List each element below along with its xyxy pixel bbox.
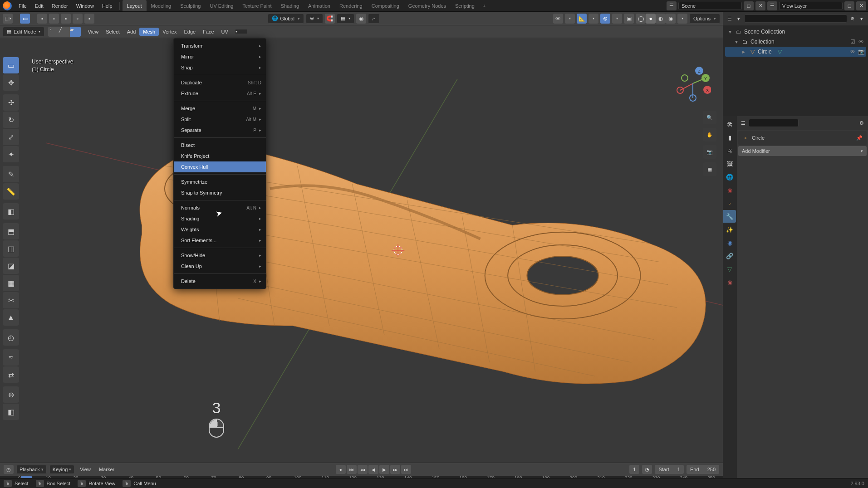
mesh-menu-duplicate[interactable]: DuplicateShift D — [174, 77, 266, 88]
play-button[interactable]: ▶ — [379, 465, 389, 474]
mesh-menu-snap[interactable]: Snap▸ — [174, 62, 266, 73]
workspace-tab-uv-editing[interactable]: UV Editing — [205, 0, 238, 11]
workspace-tab-texture-paint[interactable]: Texture Paint — [238, 0, 276, 11]
add-cube-tool[interactable]: ◧ — [3, 203, 19, 220]
mesh-menu-convex-hull[interactable]: Convex Hull — [174, 161, 266, 172]
shading-wireframe-button[interactable]: ◯ — [636, 14, 646, 24]
mesh-menu-shading[interactable]: Shading▸ — [174, 213, 266, 224]
new-scene-button[interactable]: □ — [744, 1, 754, 10]
3d-viewport[interactable]: User Perspective (1) Circle ▭ ✥ ✢ ↻ ⤢ ✦ … — [0, 38, 723, 463]
scene-name-input[interactable] — [678, 2, 742, 10]
mesh-menu-symmetrize[interactable]: Symmetrize — [174, 176, 266, 187]
outliner-new-collection-icon[interactable]: ▾ — [858, 15, 865, 22]
prop-tab-object[interactable]: ▫ — [723, 197, 736, 210]
new-viewlayer-button[interactable]: □ — [844, 1, 854, 10]
edit-menu[interactable]: Edit — [31, 0, 48, 11]
workspace-tab-shading[interactable]: Shading — [276, 0, 304, 11]
scale-tool[interactable]: ⤢ — [3, 129, 19, 145]
autokey-button[interactable]: ● — [336, 465, 346, 474]
mesh-menu-sort-elements-[interactable]: Sort Elements...▸ — [174, 235, 266, 246]
jump-prev-keyframe-button[interactable]: ◂◂ — [358, 465, 368, 474]
gizmo-toggle-button[interactable]: 📐 — [577, 14, 587, 24]
workspace-tab-sculpting[interactable]: Sculpting — [176, 0, 205, 11]
scene-browse-icon[interactable]: ☰ — [667, 1, 677, 10]
timeline-view-menu[interactable]: View — [77, 465, 93, 473]
overlay-toggle-button[interactable]: ⊚ — [600, 14, 610, 24]
delete-viewlayer-button[interactable]: ✕ — [856, 1, 866, 10]
mesh-menu-extrude[interactable]: ExtrudeAlt E▸ — [174, 88, 266, 99]
snap-toggle-button[interactable]: 🧲 — [325, 14, 335, 24]
measure-tool[interactable]: 📏 — [3, 183, 19, 200]
viewlayer-name-input[interactable] — [779, 2, 843, 10]
mesh-menu-merge[interactable]: MergeM▸ — [174, 103, 266, 114]
select-set-icon[interactable]: ▪ — [37, 14, 47, 24]
playback-dropdown[interactable]: Playback — [16, 465, 47, 474]
annotate-tool[interactable]: ✎ — [3, 166, 19, 182]
shading-solid-button[interactable]: ● — [646, 14, 656, 24]
proportional-edit-toggle[interactable]: ◉ — [356, 14, 366, 24]
mesh-menu-split[interactable]: SplitAlt M▸ — [174, 114, 266, 125]
submenu-vertex[interactable]: Vertex — [159, 28, 180, 36]
select-extend-icon[interactable]: ▫ — [49, 14, 59, 24]
editor-type-icon[interactable]: ⬚▾ — [3, 14, 13, 24]
add-workspace-button[interactable]: + — [479, 3, 489, 9]
properties-search-input[interactable] — [749, 119, 799, 127]
file-menu[interactable]: File — [15, 0, 31, 11]
workspace-tab-modeling[interactable]: Modeling — [147, 0, 176, 11]
prop-tab-mesh[interactable]: ▽ — [723, 263, 736, 275]
prop-tab-particles[interactable]: ✨ — [723, 223, 736, 236]
play-reverse-button[interactable]: ◀ — [368, 465, 378, 474]
prop-tab-render[interactable]: ▮ — [723, 131, 736, 144]
prop-tab-scene[interactable]: 🌐 — [723, 171, 736, 183]
workspace-tab-geometry-nodes[interactable]: Geometry Nodes — [404, 0, 451, 11]
visibility-icon[interactable]: 👁 — [553, 14, 563, 24]
hide-viewport-icon[interactable]: 👁 — [858, 39, 864, 45]
navigation-gizmo[interactable]: Y X Z — [675, 65, 711, 102]
mesh-menu-bisect[interactable]: Bisect — [174, 140, 266, 151]
viewlayer-browse-icon[interactable]: ☰ — [767, 1, 777, 10]
mesh-menu-normals[interactable]: NormalsAlt N▸ — [174, 202, 266, 213]
tree-row-circle[interactable]: ▸ ▽ Circle ▽ 👁 📷 — [725, 47, 866, 57]
outliner-filter-icon[interactable]: ⚟ — [849, 15, 856, 22]
help-menu[interactable]: Help — [98, 0, 117, 11]
add-modifier-button[interactable]: Add Modifier ▾ — [738, 146, 867, 156]
prop-tab-tool[interactable]: 🛠 — [723, 118, 736, 131]
workspace-tab-scripting[interactable]: Scripting — [451, 0, 479, 11]
visibility-dropdown-icon[interactable]: ▾ — [565, 14, 575, 24]
knife-tool[interactable]: ✂ — [3, 292, 19, 308]
prop-tab-material[interactable]: ◉ — [723, 276, 736, 288]
timeline-editor-type-icon[interactable]: ◷ — [4, 465, 14, 474]
properties-editor-type-icon[interactable]: ☰ — [740, 119, 747, 127]
header-options-dropdown[interactable]: Options — [689, 14, 720, 24]
disable-render-icon[interactable]: 📷 — [858, 49, 864, 55]
select-subtract-icon[interactable]: ▪ — [61, 14, 71, 24]
edge-select-mode[interactable]: ╱ — [59, 27, 70, 37]
prop-tab-viewlayer[interactable]: 🖼 — [723, 157, 736, 170]
prop-tab-world[interactable]: ◉ — [723, 184, 736, 196]
timeline-marker-menu[interactable]: Marker — [96, 465, 117, 473]
shrink-tool[interactable]: ⊖ — [3, 386, 19, 403]
render-menu[interactable]: Render — [48, 0, 72, 11]
bevel-tool[interactable]: ◪ — [3, 258, 19, 274]
overlay-dropdown-icon[interactable]: ▾ — [612, 14, 622, 24]
submenu-uv[interactable]: UV — [218, 28, 232, 36]
tree-row-scene-collection[interactable]: ▾ 🗀 Scene Collection — [725, 27, 866, 37]
face-select-mode[interactable]: ▰ — [70, 27, 81, 37]
mesh-menu-separate[interactable]: SeparateP▸ — [174, 125, 266, 136]
select-intersect-icon[interactable]: ▪ — [84, 14, 94, 24]
mode-select-dropdown[interactable]: ▦ Edit Mode ▾ — [3, 27, 44, 37]
snap-type-dropdown[interactable]: ▦▾ — [337, 14, 354, 24]
select-invert-icon[interactable]: ▫ — [73, 14, 83, 24]
start-frame-field[interactable]: Start 1 — [655, 465, 683, 474]
submenu-face[interactable]: Face — [199, 28, 217, 36]
spin-tool[interactable]: ◴ — [3, 329, 19, 346]
workspace-tab-rendering[interactable]: Rendering — [335, 0, 367, 11]
pin-icon[interactable]: 📌 — [856, 134, 863, 142]
zoom-icon[interactable]: 🔍 — [703, 111, 716, 124]
hide-viewport-icon[interactable]: 👁 — [849, 49, 856, 55]
jump-end-button[interactable]: ⏭ — [401, 465, 411, 474]
pan-icon[interactable]: ✋ — [703, 128, 716, 142]
end-frame-field[interactable]: End 250 — [687, 465, 719, 474]
mesh-menu-clean-up[interactable]: Clean Up▸ — [174, 261, 266, 272]
xray-toggle-button[interactable]: ▣ — [624, 14, 634, 24]
